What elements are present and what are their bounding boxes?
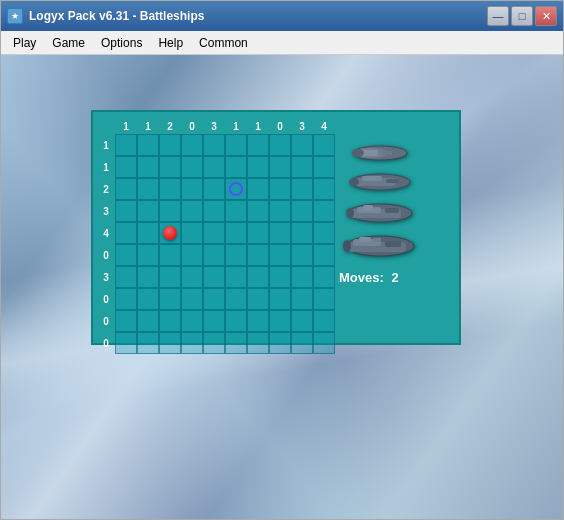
cell-2-4[interactable] — [203, 178, 225, 200]
cell-7-8[interactable] — [291, 288, 313, 310]
cell-0-3[interactable] — [181, 134, 203, 156]
cell-3-4[interactable] — [203, 200, 225, 222]
cell-9-1[interactable] — [137, 332, 159, 354]
cell-6-8[interactable] — [291, 266, 313, 288]
cell-6-4[interactable] — [203, 266, 225, 288]
cell-3-0[interactable] — [115, 200, 137, 222]
cell-4-6[interactable] — [247, 222, 269, 244]
cell-3-1[interactable] — [137, 200, 159, 222]
cell-3-5[interactable] — [225, 200, 247, 222]
cell-8-1[interactable] — [137, 310, 159, 332]
cell-6-6[interactable] — [247, 266, 269, 288]
cell-1-0[interactable] — [115, 156, 137, 178]
cell-8-7[interactable] — [269, 310, 291, 332]
cell-3-9[interactable] — [313, 200, 335, 222]
cell-4-2[interactable] — [159, 222, 181, 244]
cell-9-9[interactable] — [313, 332, 335, 354]
minimize-button[interactable]: — — [487, 6, 509, 26]
cell-3-8[interactable] — [291, 200, 313, 222]
cell-9-4[interactable] — [203, 332, 225, 354]
cell-1-7[interactable] — [269, 156, 291, 178]
menu-options[interactable]: Options — [93, 34, 150, 52]
cell-5-2[interactable] — [159, 244, 181, 266]
cell-9-3[interactable] — [181, 332, 203, 354]
cell-0-4[interactable] — [203, 134, 225, 156]
cell-2-0[interactable] — [115, 178, 137, 200]
cell-4-1[interactable] — [137, 222, 159, 244]
menu-common[interactable]: Common — [191, 34, 256, 52]
cell-2-9[interactable] — [313, 178, 335, 200]
cell-6-5[interactable] — [225, 266, 247, 288]
cell-3-3[interactable] — [181, 200, 203, 222]
cell-5-3[interactable] — [181, 244, 203, 266]
cell-1-9[interactable] — [313, 156, 335, 178]
cell-1-8[interactable] — [291, 156, 313, 178]
cell-1-2[interactable] — [159, 156, 181, 178]
close-button[interactable]: ✕ — [535, 6, 557, 26]
cell-0-6[interactable] — [247, 134, 269, 156]
cell-6-1[interactable] — [137, 266, 159, 288]
cell-7-4[interactable] — [203, 288, 225, 310]
cell-5-0[interactable] — [115, 244, 137, 266]
cell-0-2[interactable] — [159, 134, 181, 156]
cell-1-6[interactable] — [247, 156, 269, 178]
cell-6-9[interactable] — [313, 266, 335, 288]
cell-0-5[interactable] — [225, 134, 247, 156]
cell-7-6[interactable] — [247, 288, 269, 310]
maximize-button[interactable]: □ — [511, 6, 533, 26]
cell-9-7[interactable] — [269, 332, 291, 354]
cell-0-1[interactable] — [137, 134, 159, 156]
cell-4-4[interactable] — [203, 222, 225, 244]
cell-1-1[interactable] — [137, 156, 159, 178]
cell-0-8[interactable] — [291, 134, 313, 156]
cell-7-1[interactable] — [137, 288, 159, 310]
cell-8-3[interactable] — [181, 310, 203, 332]
cell-2-1[interactable] — [137, 178, 159, 200]
cell-6-0[interactable] — [115, 266, 137, 288]
cell-8-0[interactable] — [115, 310, 137, 332]
cell-0-0[interactable] — [115, 134, 137, 156]
cell-5-1[interactable] — [137, 244, 159, 266]
cell-2-8[interactable] — [291, 178, 313, 200]
cell-9-8[interactable] — [291, 332, 313, 354]
cell-3-7[interactable] — [269, 200, 291, 222]
cell-7-0[interactable] — [115, 288, 137, 310]
cell-5-9[interactable] — [313, 244, 335, 266]
cell-2-7[interactable] — [269, 178, 291, 200]
cell-7-5[interactable] — [225, 288, 247, 310]
cell-7-9[interactable] — [313, 288, 335, 310]
cell-9-2[interactable] — [159, 332, 181, 354]
cell-0-9[interactable] — [313, 134, 335, 156]
menu-help[interactable]: Help — [150, 34, 191, 52]
cell-6-3[interactable] — [181, 266, 203, 288]
cell-4-3[interactable] — [181, 222, 203, 244]
cell-8-5[interactable] — [225, 310, 247, 332]
cell-2-5[interactable] — [225, 178, 247, 200]
cell-4-7[interactable] — [269, 222, 291, 244]
menu-game[interactable]: Game — [44, 34, 93, 52]
cell-5-4[interactable] — [203, 244, 225, 266]
cell-7-3[interactable] — [181, 288, 203, 310]
cell-8-4[interactable] — [203, 310, 225, 332]
cell-8-9[interactable] — [313, 310, 335, 332]
cell-8-2[interactable] — [159, 310, 181, 332]
cell-2-2[interactable] — [159, 178, 181, 200]
cell-1-3[interactable] — [181, 156, 203, 178]
cell-7-2[interactable] — [159, 288, 181, 310]
cell-2-3[interactable] — [181, 178, 203, 200]
cell-2-6[interactable] — [247, 178, 269, 200]
cell-5-6[interactable] — [247, 244, 269, 266]
cell-9-0[interactable] — [115, 332, 137, 354]
menu-play[interactable]: Play — [5, 34, 44, 52]
cell-1-4[interactable] — [203, 156, 225, 178]
cell-6-2[interactable] — [159, 266, 181, 288]
game-area[interactable]: 1 1 2 0 3 1 1 0 3 4 — [91, 110, 461, 345]
cell-4-9[interactable] — [313, 222, 335, 244]
cell-5-5[interactable] — [225, 244, 247, 266]
cell-3-6[interactable] — [247, 200, 269, 222]
cell-1-5[interactable] — [225, 156, 247, 178]
cell-8-8[interactable] — [291, 310, 313, 332]
cell-5-8[interactable] — [291, 244, 313, 266]
cell-4-8[interactable] — [291, 222, 313, 244]
cell-9-5[interactable] — [225, 332, 247, 354]
